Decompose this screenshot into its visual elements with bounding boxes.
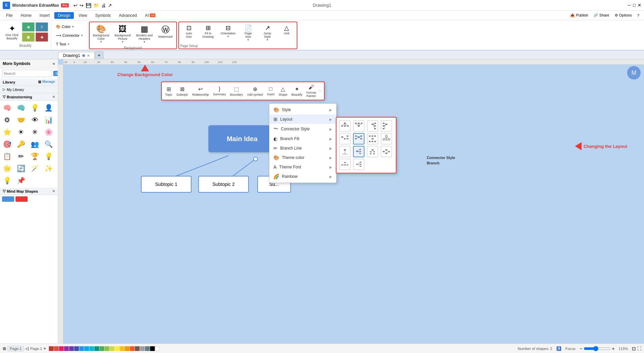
ctx-theme-font[interactable]: A Theme Font ▶ (269, 162, 336, 172)
zoom-in-button[interactable]: + (612, 346, 615, 351)
symbol-hands[interactable]: 🤝 (15, 114, 27, 126)
publish-button[interactable]: 📤 Publish (568, 12, 590, 18)
page-size-button[interactable]: 📄 PageSize ▼ (239, 23, 258, 43)
symbol-sparkle[interactable]: ✨ (43, 163, 55, 174)
fit-page-button[interactable]: ⊡ (632, 346, 636, 351)
layout-item-5[interactable] (339, 133, 351, 145)
symbol-key[interactable]: 🔑 (15, 138, 27, 150)
connector-btn[interactable]: ⟿Connector▼ (54, 33, 85, 38)
fullscreen-button[interactable]: ⛶ (637, 346, 641, 351)
symbol-brain-green[interactable]: 🧠 (1, 102, 13, 114)
ctx-connector-style[interactable]: 〜 Connector Style ▶ (269, 124, 336, 134)
zoom-slider[interactable] (584, 346, 611, 351)
background-picture-button[interactable]: 🖼 BackgroundPicture ▼ (112, 23, 134, 45)
options-button[interactable]: ⚙ Options (613, 12, 634, 18)
accessibility-button[interactable]: ♿ (556, 346, 561, 351)
color-swatch-15[interactable] (120, 346, 124, 351)
ft-topic-button[interactable]: ⊞ Topic (164, 85, 174, 97)
main-idea-box[interactable]: Main Idea (208, 125, 276, 152)
one-click-beautify-button[interactable]: ✦ One ClickBeautify (3, 23, 21, 41)
color-swatch-17[interactable] (130, 346, 135, 351)
redo-button[interactable]: ↪ (80, 3, 84, 8)
ctx-branch-fill[interactable]: ◐ Branch Fill ▶ (269, 134, 336, 143)
mind-map-shapes-header[interactable]: ▽ Mind Map Shapes ✕ (0, 188, 58, 195)
layout-item-14[interactable] (353, 159, 364, 170)
color-swatch-18[interactable] (135, 346, 140, 351)
tab-close-icon[interactable]: ✕ (87, 54, 90, 58)
search-button[interactable]: Search (53, 71, 58, 76)
menu-insert[interactable]: Insert (36, 12, 53, 19)
layout-item-2[interactable] (353, 120, 364, 132)
symbol-people[interactable]: 👥 (29, 138, 41, 150)
grid-toggle-button[interactable]: ⊞ (3, 346, 6, 351)
layout-item-13[interactable] (339, 159, 351, 170)
menu-ai[interactable]: AI hot (142, 12, 159, 19)
unit-button[interactable]: △ Unit (277, 23, 296, 43)
tab-add-button[interactable]: + (95, 51, 104, 59)
style-preset-1[interactable]: ◈ (22, 22, 35, 32)
symbol-note[interactable]: 📋 (1, 151, 13, 162)
color-swatch-16[interactable] (125, 346, 129, 351)
export-button[interactable]: ↗ (108, 3, 112, 8)
library-expand-icon[interactable]: ⊞ (38, 80, 41, 84)
color-swatch-11[interactable] (99, 346, 104, 351)
color-swatch-6[interactable] (74, 346, 79, 351)
color-swatch-2[interactable] (54, 346, 59, 351)
menu-advanced[interactable]: Advanced (116, 12, 140, 19)
symbol-star[interactable]: ⭐ (1, 126, 13, 138)
symbol-target[interactable]: 🎯 (1, 138, 13, 150)
menu-file[interactable]: File (3, 12, 16, 19)
symbol-loop[interactable]: 🔄 (15, 163, 27, 174)
color-swatch-19[interactable] (140, 346, 145, 351)
symbol-bulb-yellow[interactable]: 💡 (29, 102, 41, 114)
save-button[interactable]: 💾 (86, 3, 91, 8)
menu-symbols[interactable]: Symbols (92, 12, 114, 19)
ft-subtopic-button[interactable]: ⊠ Subtopic (175, 85, 189, 97)
color-swatch-13[interactable] (110, 346, 114, 351)
ctx-style[interactable]: 🎨 Style ▶ (269, 105, 336, 115)
symbol-wand[interactable]: 🪄 (29, 163, 41, 174)
ft-boundary-button[interactable]: ⬚ Boundary (229, 85, 244, 97)
color-btn[interactable]: 🎨Color▼ (54, 24, 85, 30)
ft-add-symbol-button[interactable]: ⊕ Add symbol (246, 85, 264, 97)
help-button[interactable]: ? (635, 13, 641, 18)
layout-item-4[interactable] (381, 120, 392, 132)
fit-to-drawing-button[interactable]: ⊞ Fit toDrawing (199, 23, 217, 43)
text-btn[interactable]: TText▼ (54, 41, 85, 47)
color-swatch-22[interactable] (155, 346, 160, 351)
ft-relationship-button[interactable]: ↩ Relationship (191, 85, 210, 97)
folder-button[interactable]: 📁 (93, 3, 99, 8)
ft-more-icon[interactable]: ⋯ (319, 89, 322, 93)
symbol-sun[interactable]: ☀ (15, 126, 27, 138)
subtopic-1-box[interactable]: Subtopic 1 (141, 176, 192, 193)
manage-label[interactable]: Manage (42, 80, 55, 84)
symbol-idea[interactable]: 💡 (1, 175, 13, 186)
color-swatch-3[interactable] (59, 346, 64, 351)
maximize-button[interactable]: □ (633, 3, 636, 8)
ctx-branch-line[interactable]: ✏ Branch Line ▶ (269, 143, 336, 153)
symbol-trophy[interactable]: 🏆 (29, 151, 41, 162)
background-color-button[interactable]: 🎨 BackgroundColor ▼ (90, 23, 112, 45)
style-preset-4[interactable]: ◈ (35, 32, 48, 42)
symbol-chart[interactable]: 📊 (43, 114, 55, 126)
canvas-area[interactable]: -10 0 10 20 30 40 50 60 70 80 90 100 110… (58, 59, 644, 344)
auto-size-button[interactable]: ⊡ AutoSize (180, 23, 198, 43)
symbol-lightbulb[interactable]: 🌟 (1, 163, 13, 174)
ft-summary-button[interactable]: } Summary (212, 85, 228, 97)
symbol-eye[interactable]: 👁 (29, 114, 41, 126)
symbol-bulb2[interactable]: 💡 (43, 151, 55, 162)
ft-format-painter-button[interactable]: 🖌 FormatPainter (305, 84, 318, 98)
library-header[interactable]: Library ⊞ Manage (0, 78, 58, 86)
menu-view[interactable]: View (75, 12, 91, 19)
ctx-layout[interactable]: ⊞ Layout ▶ (269, 115, 336, 124)
style-preset-3[interactable]: ◊ (35, 22, 48, 32)
mind-map-close-icon[interactable]: ✕ (52, 189, 55, 193)
layout-item-12[interactable] (381, 146, 392, 157)
print-button[interactable]: 🖨 (101, 3, 106, 8)
tab-drawing1[interactable]: Drawing1 ✕ (58, 52, 95, 59)
color-swatch-12[interactable] (105, 346, 109, 351)
share-button[interactable]: 🔗 Share (591, 12, 611, 18)
color-swatch-8[interactable] (84, 346, 89, 351)
color-swatch-10[interactable] (94, 346, 99, 351)
collapse-panel-button[interactable]: « (53, 61, 55, 66)
